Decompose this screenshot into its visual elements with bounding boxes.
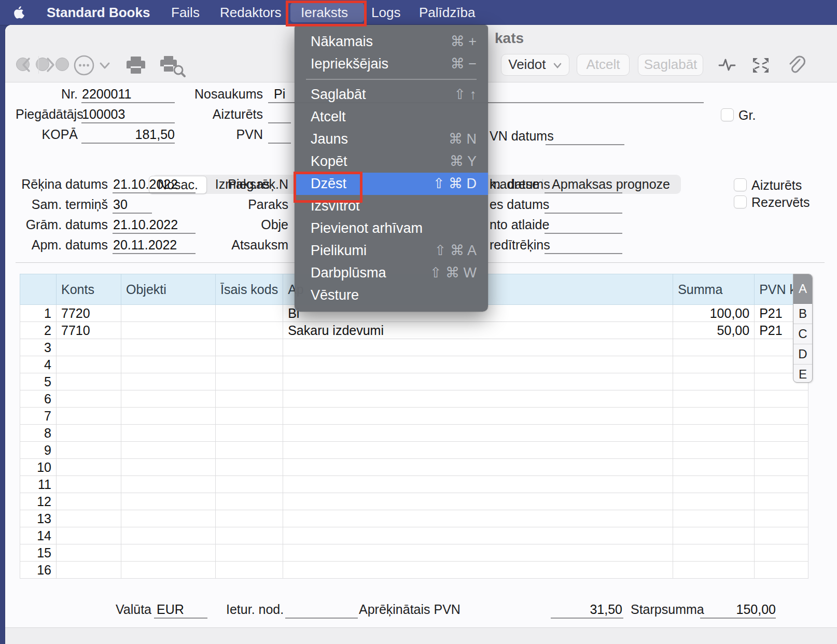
cell-konts[interactable]: 7720 bbox=[57, 305, 121, 322]
rezervets-checkbox[interactable] bbox=[734, 195, 747, 208]
cell-apraksts[interactable] bbox=[283, 459, 673, 476]
cell-konts[interactable] bbox=[57, 527, 121, 544]
back-button[interactable] bbox=[19, 56, 34, 74]
cell-apraksts[interactable] bbox=[283, 527, 673, 544]
menu-item-jauns[interactable]: Jauns⌘ N bbox=[295, 128, 488, 150]
side-tab-b[interactable]: B bbox=[793, 304, 812, 324]
cell-konts[interactable] bbox=[57, 373, 121, 390]
col-summa[interactable]: Summa bbox=[673, 274, 755, 305]
cell-summa[interactable]: 100,00 bbox=[673, 305, 755, 322]
cell-objekti[interactable] bbox=[121, 356, 216, 373]
cell-apraksts[interactable] bbox=[283, 339, 673, 356]
apm-datums-field[interactable]: 20.11.2022 bbox=[113, 237, 177, 253]
cell-apraksts[interactable]: Sakaru izdevumi bbox=[283, 322, 673, 339]
col-konts[interactable]: Konts bbox=[57, 274, 121, 305]
cell-konts[interactable] bbox=[57, 339, 121, 356]
cell-objekti[interactable] bbox=[121, 425, 216, 442]
cell-summa[interactable] bbox=[673, 544, 755, 562]
cell-konts[interactable] bbox=[57, 459, 121, 476]
cell-apraksts[interactable] bbox=[283, 562, 673, 579]
cell-pvn-kd[interactable] bbox=[755, 425, 808, 442]
cell-pvn-kd[interactable] bbox=[755, 510, 808, 527]
rekina-datums-field[interactable]: 21.10.2022 bbox=[113, 176, 178, 192]
cell-apraksts[interactable] bbox=[283, 408, 673, 425]
cell-apraksts[interactable] bbox=[283, 373, 673, 390]
cell-objekti[interactable] bbox=[121, 442, 216, 459]
cell-num[interactable]: 7 bbox=[20, 408, 57, 425]
cell-isais-kods[interactable] bbox=[216, 305, 283, 322]
cell-summa[interactable] bbox=[673, 339, 755, 356]
side-tab-a[interactable]: A bbox=[793, 274, 812, 304]
cell-pvn-kd[interactable] bbox=[755, 476, 808, 493]
cell-num[interactable]: 2 bbox=[20, 322, 57, 339]
cell-summa[interactable] bbox=[673, 493, 755, 510]
cell-summa[interactable] bbox=[673, 510, 755, 527]
expand-icon[interactable] bbox=[751, 56, 771, 75]
side-tab-e[interactable]: E bbox=[793, 365, 812, 384]
cell-objekti[interactable] bbox=[121, 373, 216, 390]
cell-objekti[interactable] bbox=[121, 562, 216, 579]
veidot-button[interactable]: Veidot bbox=[501, 54, 569, 76]
cell-isais-kods[interactable] bbox=[216, 476, 283, 493]
menubar-item-redaktors[interactable]: Redaktors bbox=[220, 0, 282, 25]
sam-termins-field[interactable]: 30 bbox=[113, 197, 128, 212]
cell-objekti[interactable] bbox=[121, 459, 216, 476]
cell-apraksts[interactable] bbox=[283, 425, 673, 442]
kopa-field[interactable]: 181,50 bbox=[81, 127, 175, 142]
cell-summa[interactable] bbox=[673, 373, 755, 390]
cell-num[interactable]: 12 bbox=[20, 493, 57, 510]
cell-isais-kods[interactable] bbox=[216, 339, 283, 356]
cell-num[interactable]: 13 bbox=[20, 510, 57, 527]
side-tab-d[interactable]: D bbox=[793, 344, 812, 365]
cell-summa[interactable] bbox=[673, 527, 755, 544]
cell-summa[interactable] bbox=[673, 442, 755, 459]
cell-isais-kods[interactable] bbox=[216, 356, 283, 373]
cell-apraksts[interactable] bbox=[283, 390, 673, 408]
cell-isais-kods[interactable] bbox=[216, 510, 283, 527]
cell-isais-kods[interactable] bbox=[216, 373, 283, 390]
cell-summa[interactable] bbox=[673, 390, 755, 408]
forward-button[interactable] bbox=[43, 56, 58, 74]
aizturets-checkbox[interactable] bbox=[734, 178, 747, 191]
gr-checkbox[interactable] bbox=[721, 108, 734, 121]
cell-apraksts[interactable] bbox=[283, 476, 673, 493]
nr-field[interactable]: 2200011 bbox=[82, 86, 131, 102]
cell-summa[interactable] bbox=[673, 562, 755, 579]
print-icon[interactable] bbox=[124, 54, 147, 77]
cell-konts[interactable] bbox=[57, 476, 121, 493]
cell-konts[interactable] bbox=[57, 442, 121, 459]
cell-konts[interactable] bbox=[57, 493, 121, 510]
menu-item-kop-t[interactable]: Kopēt⌘ Y bbox=[295, 150, 488, 173]
menubar-item-logs[interactable]: Logs bbox=[371, 0, 400, 25]
paperclip-icon[interactable] bbox=[786, 55, 807, 76]
cell-summa[interactable] bbox=[673, 476, 755, 493]
apple-icon[interactable] bbox=[12, 0, 26, 25]
menubar-app-name[interactable]: Standard Books bbox=[47, 0, 150, 25]
cell-objekti[interactable] bbox=[121, 305, 216, 322]
cell-summa[interactable]: 50,00 bbox=[673, 322, 755, 339]
cell-num[interactable]: 6 bbox=[20, 390, 57, 408]
cell-num[interactable]: 11 bbox=[20, 476, 57, 493]
side-tab-c[interactable]: C bbox=[793, 324, 812, 344]
valuta-field[interactable]: EUR bbox=[157, 601, 184, 617]
cell-pvn-kd[interactable] bbox=[755, 493, 808, 510]
cell-pvn-kd[interactable] bbox=[755, 527, 808, 544]
cell-num[interactable]: 9 bbox=[20, 442, 57, 459]
menu-item-iepriek-jais[interactable]: Iepriekšējais⌘ − bbox=[295, 53, 488, 75]
cell-apraksts[interactable] bbox=[283, 356, 673, 373]
cell-konts[interactable] bbox=[57, 408, 121, 425]
menubar-item-palidziba[interactable]: Palīdzība bbox=[419, 0, 475, 25]
print-preview-icon[interactable] bbox=[159, 54, 188, 78]
cell-apraksts[interactable] bbox=[283, 544, 673, 562]
cell-pvn-kd[interactable] bbox=[755, 390, 808, 408]
cell-apraksts[interactable] bbox=[283, 442, 673, 459]
cell-num[interactable]: 3 bbox=[20, 339, 57, 356]
menu-item-atcelt[interactable]: Atcelt bbox=[295, 106, 488, 128]
cell-num[interactable]: 14 bbox=[20, 527, 57, 544]
cell-apraksts[interactable] bbox=[283, 510, 673, 527]
cell-objekti[interactable] bbox=[121, 527, 216, 544]
cell-isais-kods[interactable] bbox=[216, 544, 283, 562]
cell-num[interactable]: 16 bbox=[20, 562, 57, 579]
col-isais-kods[interactable]: Īsais kods bbox=[216, 274, 283, 305]
cell-num[interactable]: 10 bbox=[20, 459, 57, 476]
